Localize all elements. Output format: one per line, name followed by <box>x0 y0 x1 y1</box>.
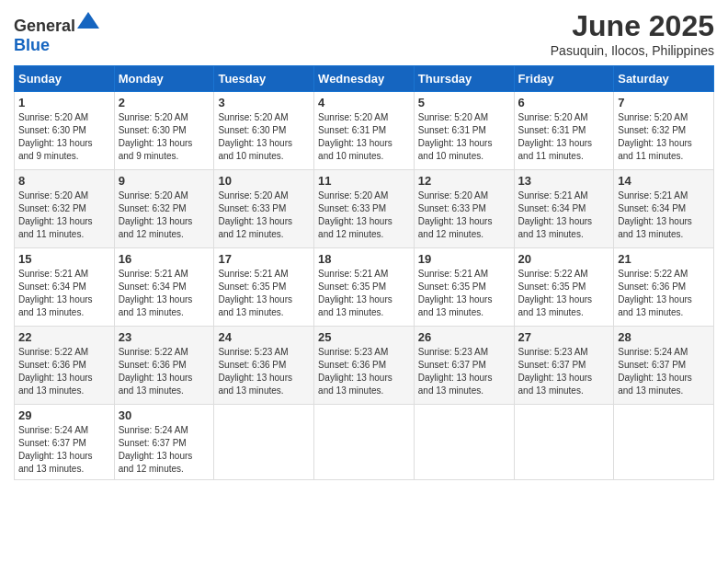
cell-content: Sunrise: 5:21 AMSunset: 6:34 PMDaylight:… <box>618 190 692 239</box>
cell-jun-5: 5 Sunrise: 5:20 AMSunset: 6:31 PMDayligh… <box>414 92 514 170</box>
cell-jun-7: 7 Sunrise: 5:20 AMSunset: 6:32 PMDayligh… <box>614 92 714 170</box>
day-number: 11 <box>318 174 410 188</box>
week-row-2: 8 Sunrise: 5:20 AMSunset: 6:32 PMDayligh… <box>15 170 714 248</box>
day-number: 18 <box>318 252 410 266</box>
cell-jun-11: 11 Sunrise: 5:20 AMSunset: 6:33 PMDaylig… <box>314 170 415 248</box>
cell-content: Sunrise: 5:22 AMSunset: 6:36 PMDaylight:… <box>119 347 193 396</box>
cell-content: Sunrise: 5:20 AMSunset: 6:30 PMDaylight:… <box>218 112 292 161</box>
cell-jun-2: 2 Sunrise: 5:20 AMSunset: 6:30 PMDayligh… <box>114 92 214 170</box>
day-number: 1 <box>18 96 110 109</box>
week-row-3: 15 Sunrise: 5:21 AMSunset: 6:34 PMDaylig… <box>15 248 714 327</box>
cell-content: Sunrise: 5:23 AMSunset: 6:36 PMDaylight:… <box>218 347 292 396</box>
cell-content: Sunrise: 5:21 AMSunset: 6:34 PMDaylight:… <box>119 269 193 317</box>
day-number: 26 <box>418 330 510 344</box>
cell-content: Sunrise: 5:23 AMSunset: 6:37 PMDaylight:… <box>518 347 593 396</box>
day-number: 30 <box>119 408 210 422</box>
day-number: 13 <box>518 174 610 188</box>
cell-jun-9: 9 Sunrise: 5:20 AMSunset: 6:32 PMDayligh… <box>114 170 214 248</box>
day-number: 4 <box>318 96 410 109</box>
cell-jun-17: 17 Sunrise: 5:21 AMSunset: 6:35 PMDaylig… <box>214 248 314 327</box>
cell-content: Sunrise: 5:21 AMSunset: 6:35 PMDaylight:… <box>418 269 493 317</box>
cell-jun-21: 21 Sunrise: 5:22 AMSunset: 6:36 PMDaylig… <box>614 248 714 327</box>
day-number: 22 <box>18 330 110 344</box>
col-thursday: Thursday <box>414 66 514 92</box>
col-monday: Monday <box>114 66 214 92</box>
day-number: 20 <box>518 252 610 266</box>
cell-content: Sunrise: 5:22 AMSunset: 6:35 PMDaylight:… <box>518 269 593 317</box>
cell-content: Sunrise: 5:21 AMSunset: 6:35 PMDaylight:… <box>218 269 292 317</box>
day-number: 19 <box>418 252 510 266</box>
cell-content: Sunrise: 5:20 AMSunset: 6:31 PMDaylight:… <box>518 112 593 161</box>
day-number: 28 <box>618 330 710 344</box>
cell-jun-14: 14 Sunrise: 5:21 AMSunset: 6:34 PMDaylig… <box>614 170 714 248</box>
cell-content: Sunrise: 5:20 AMSunset: 6:33 PMDaylight:… <box>318 190 392 239</box>
month-title: June 2025 <box>551 9 714 43</box>
logo-general: General <box>14 17 75 35</box>
page-container: General Blue June 2025 Pasuquin, Ilocos,… <box>0 0 728 489</box>
cell-jun-28: 28 Sunrise: 5:24 AMSunset: 6:37 PMDaylig… <box>614 327 714 405</box>
logo-text: General Blue <box>14 9 99 55</box>
day-number: 7 <box>618 96 710 109</box>
cell-content: Sunrise: 5:20 AMSunset: 6:30 PMDaylight:… <box>18 112 93 161</box>
cell-jun-6: 6 Sunrise: 5:20 AMSunset: 6:31 PMDayligh… <box>514 92 614 170</box>
col-wednesday: Wednesday <box>314 66 415 92</box>
cell-content: Sunrise: 5:20 AMSunset: 6:32 PMDaylight:… <box>618 112 692 161</box>
cell-content: Sunrise: 5:20 AMSunset: 6:31 PMDaylight:… <box>418 112 493 161</box>
cell-jun-15: 15 Sunrise: 5:21 AMSunset: 6:34 PMDaylig… <box>15 248 115 327</box>
week-row-5: 29 Sunrise: 5:24 AMSunset: 6:37 PMDaylig… <box>15 405 714 480</box>
day-number: 21 <box>618 252 710 266</box>
cell-content: Sunrise: 5:23 AMSunset: 6:37 PMDaylight:… <box>418 347 493 396</box>
cell-jun-29: 29 Sunrise: 5:24 AMSunset: 6:37 PMDaylig… <box>15 405 115 480</box>
day-number: 24 <box>218 330 310 344</box>
day-number: 6 <box>518 96 610 109</box>
cell-empty <box>214 405 314 480</box>
col-saturday: Saturday <box>614 66 714 92</box>
logo-blue: Blue <box>14 36 50 54</box>
cell-jun-18: 18 Sunrise: 5:21 AMSunset: 6:35 PMDaylig… <box>314 248 415 327</box>
cell-jun-12: 12 Sunrise: 5:20 AMSunset: 6:33 PMDaylig… <box>414 170 514 248</box>
day-number: 17 <box>218 252 310 266</box>
cell-jun-22: 22 Sunrise: 5:22 AMSunset: 6:36 PMDaylig… <box>15 327 115 405</box>
logo-icon <box>77 9 99 31</box>
cell-content: Sunrise: 5:20 AMSunset: 6:32 PMDaylight:… <box>119 190 193 239</box>
cell-content: Sunrise: 5:23 AMSunset: 6:36 PMDaylight:… <box>318 347 392 396</box>
day-number: 23 <box>119 330 210 344</box>
cell-content: Sunrise: 5:20 AMSunset: 6:32 PMDaylight:… <box>18 190 93 239</box>
cell-jun-4: 4 Sunrise: 5:20 AMSunset: 6:31 PMDayligh… <box>314 92 415 170</box>
cell-content: Sunrise: 5:24 AMSunset: 6:37 PMDaylight:… <box>119 425 193 474</box>
cell-jun-25: 25 Sunrise: 5:23 AMSunset: 6:36 PMDaylig… <box>314 327 415 405</box>
day-number: 25 <box>318 330 410 344</box>
cell-jun-24: 24 Sunrise: 5:23 AMSunset: 6:36 PMDaylig… <box>214 327 314 405</box>
cell-content: Sunrise: 5:21 AMSunset: 6:34 PMDaylight:… <box>518 190 593 239</box>
day-number: 10 <box>218 174 310 188</box>
col-tuesday: Tuesday <box>214 66 314 92</box>
week-row-4: 22 Sunrise: 5:22 AMSunset: 6:36 PMDaylig… <box>15 327 714 405</box>
cell-empty <box>614 405 714 480</box>
day-number: 15 <box>18 252 110 266</box>
col-friday: Friday <box>514 66 614 92</box>
calendar-table: Sunday Monday Tuesday Wednesday Thursday… <box>14 65 714 480</box>
cell-jun-10: 10 Sunrise: 5:20 AMSunset: 6:33 PMDaylig… <box>214 170 314 248</box>
cell-content: Sunrise: 5:20 AMSunset: 6:33 PMDaylight:… <box>418 190 493 239</box>
cell-content: Sunrise: 5:22 AMSunset: 6:36 PMDaylight:… <box>18 347 93 396</box>
day-number: 3 <box>218 96 310 109</box>
week-row-1: 1 Sunrise: 5:20 AMSunset: 6:30 PMDayligh… <box>15 92 714 170</box>
cell-content: Sunrise: 5:20 AMSunset: 6:33 PMDaylight:… <box>218 190 292 239</box>
header-row: General Blue June 2025 Pasuquin, Ilocos,… <box>14 9 714 58</box>
cell-jun-23: 23 Sunrise: 5:22 AMSunset: 6:36 PMDaylig… <box>114 327 214 405</box>
cell-jun-13: 13 Sunrise: 5:21 AMSunset: 6:34 PMDaylig… <box>514 170 614 248</box>
cell-jun-26: 26 Sunrise: 5:23 AMSunset: 6:37 PMDaylig… <box>414 327 514 405</box>
cell-content: Sunrise: 5:21 AMSunset: 6:34 PMDaylight:… <box>18 269 93 317</box>
cell-content: Sunrise: 5:21 AMSunset: 6:35 PMDaylight:… <box>318 269 392 317</box>
day-number: 5 <box>418 96 510 109</box>
day-number: 27 <box>518 330 610 344</box>
cell-jun-20: 20 Sunrise: 5:22 AMSunset: 6:35 PMDaylig… <box>514 248 614 327</box>
title-block: June 2025 Pasuquin, Ilocos, Philippines <box>551 9 714 58</box>
location-title: Pasuquin, Ilocos, Philippines <box>551 43 714 58</box>
day-number: 2 <box>119 96 210 109</box>
cell-empty <box>414 405 514 480</box>
day-number: 12 <box>418 174 510 188</box>
cell-jun-19: 19 Sunrise: 5:21 AMSunset: 6:35 PMDaylig… <box>414 248 514 327</box>
cell-content: Sunrise: 5:20 AMSunset: 6:30 PMDaylight:… <box>119 112 193 161</box>
cell-jun-1: 1 Sunrise: 5:20 AMSunset: 6:30 PMDayligh… <box>15 92 115 170</box>
